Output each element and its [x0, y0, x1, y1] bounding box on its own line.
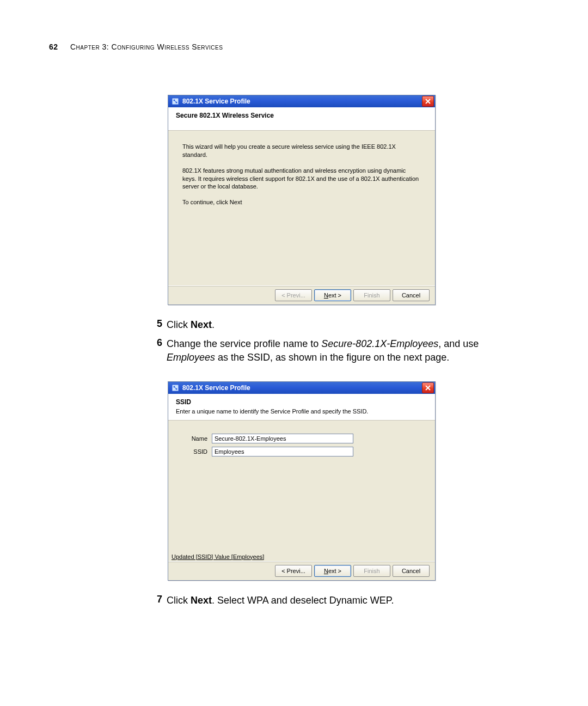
form-row-name: Name	[182, 434, 421, 443]
step-5: 5 Click Next.	[149, 318, 539, 332]
close-button[interactable]	[422, 96, 434, 107]
wizard-window-intro: 802.1X Service Profile Secure 802.1X Wir…	[168, 95, 436, 305]
step-bold: Next	[191, 595, 212, 606]
step-number: 5	[149, 318, 167, 330]
app-icon	[171, 98, 179, 105]
wizard-body: This wizard will help you create a secur…	[168, 131, 435, 285]
step-italic-1: Secure-802.1X-Employees	[321, 338, 438, 349]
wizard-button-row: < Previ... Next > Finish Cancel	[168, 561, 435, 580]
page-number: 62	[49, 42, 58, 51]
close-button[interactable]	[422, 382, 434, 393]
step-text-c: as the SSID, as shown in the figure on t…	[215, 352, 449, 363]
wizard-body: Name SSID	[168, 421, 435, 553]
wizard-window-ssid: 802.1X Service Profile SSID Enter a uniq…	[168, 381, 436, 581]
next-mnemonic: N	[324, 292, 328, 299]
wizard-intro-p1: This wizard will help you create a secur…	[182, 143, 421, 159]
ssid-input[interactable]	[212, 447, 353, 457]
step-7: 7 Click Next. Select WPA and deselect Dy…	[149, 594, 539, 607]
previous-button[interactable]: < Previ...	[275, 565, 312, 577]
step-text: Click	[167, 319, 191, 330]
status-bar: Updated [SSID] Value [Employees]	[168, 553, 435, 561]
step-number: 7	[149, 594, 167, 605]
next-rest: ext >	[328, 568, 341, 574]
next-button[interactable]: Next >	[314, 565, 351, 577]
step-text-a: Change the service profile name to	[167, 338, 321, 349]
ssid-label: SSID	[182, 448, 212, 455]
wizard-subheading: Enter a unique name to identify the Serv…	[176, 408, 427, 415]
next-mnemonic: N	[324, 568, 328, 574]
step-bold: Next	[191, 319, 212, 330]
form-row-ssid: SSID	[182, 447, 421, 457]
wizard-heading: Secure 802.1X Wireless Service	[176, 112, 427, 119]
window-titlebar: 802.1X Service Profile	[168, 382, 435, 394]
window-title: 802.1X Service Profile	[182, 384, 250, 392]
running-header: 62 Chapter 3: Configuring Wireless Servi…	[49, 42, 539, 51]
previous-button: < Previ...	[275, 289, 312, 301]
step-suffix: .	[212, 319, 215, 330]
next-button[interactable]: Next >	[314, 289, 351, 301]
wizard-header: SSID Enter a unique name to identify the…	[168, 394, 435, 421]
window-titlebar: 802.1X Service Profile	[168, 95, 435, 107]
app-icon	[171, 384, 179, 392]
step-6: 6 Change the service profile name to Sec…	[149, 337, 539, 364]
window-title: 802.1X Service Profile	[182, 98, 250, 105]
wizard-heading: SSID	[176, 398, 427, 406]
cancel-button[interactable]: Cancel	[393, 565, 430, 577]
step-text-b: . Select WPA and deselect Dynamic WEP.	[212, 595, 394, 606]
wizard-intro-p2: 802.1X features strong mutual authentica…	[182, 167, 421, 191]
chapter-title: Chapter 3: Configuring Wireless Services	[70, 42, 223, 51]
name-input[interactable]	[212, 434, 353, 443]
finish-button: Finish	[353, 289, 390, 301]
cancel-button[interactable]: Cancel	[393, 289, 430, 301]
next-rest: ext >	[328, 292, 341, 299]
step-text-b: , and use	[438, 338, 479, 349]
wizard-header: Secure 802.1X Wireless Service	[168, 107, 435, 131]
step-text-a: Click	[167, 595, 191, 606]
name-label: Name	[182, 435, 212, 442]
step-italic-2: Employees	[167, 352, 215, 363]
wizard-button-row: < Previ... Next > Finish Cancel	[168, 285, 435, 305]
finish-button: Finish	[353, 565, 390, 577]
wizard-intro-p3: To continue, click Next	[182, 198, 421, 206]
step-number: 6	[149, 337, 167, 349]
